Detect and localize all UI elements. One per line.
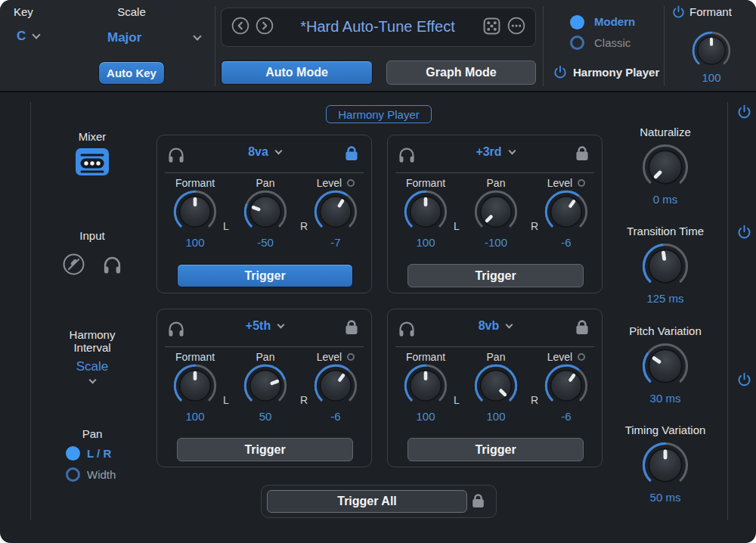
formant-knob[interactable] <box>404 364 448 408</box>
formant-knob[interactable] <box>692 31 731 70</box>
harmony-player-label: Harmony Player <box>573 66 659 79</box>
pan-knob-label: Pan <box>487 176 506 190</box>
trigger-button[interactable]: Trigger <box>177 264 353 287</box>
auto-mode-button[interactable]: Auto Mode <box>221 61 373 85</box>
chevron-down-icon <box>194 32 202 40</box>
preset-next-button[interactable] <box>255 16 274 36</box>
lock-icon[interactable] <box>342 144 361 163</box>
trigger-button[interactable]: Trigger <box>177 438 353 461</box>
harmony-player-badge: Harmony Player <box>326 105 432 123</box>
key-label: Key <box>14 5 33 18</box>
formant-power-icon[interactable] <box>671 5 686 19</box>
trigger-button[interactable]: Trigger <box>407 438 584 461</box>
transition-time-group: Transition Time 125 ms <box>609 225 722 305</box>
harmony-interval-label: Harmony <box>70 328 116 341</box>
pan-value: -100 <box>485 236 507 249</box>
lock-icon[interactable] <box>469 492 488 510</box>
pan-value: 100 <box>486 410 505 423</box>
interval-select[interactable]: 8vb <box>446 319 544 333</box>
auto-key-button[interactable]: Auto Key <box>98 61 165 85</box>
graph-mode-button[interactable]: Graph Mode <box>386 61 536 85</box>
key-select[interactable]: C <box>17 29 39 44</box>
trigger-all-button[interactable]: Trigger All <box>267 490 467 513</box>
level-knob[interactable] <box>544 364 588 408</box>
formant-knob[interactable] <box>173 190 217 234</box>
divider <box>165 346 364 347</box>
pan-knob[interactable] <box>243 364 287 408</box>
headphones-icon[interactable] <box>166 319 186 339</box>
level-knob[interactable] <box>544 190 588 234</box>
classic-radio-label[interactable]: Classic <box>594 36 631 49</box>
pan-lr-radio-label[interactable]: L / R <box>87 447 111 460</box>
interval-select[interactable]: +5th <box>215 319 314 333</box>
formant-value: 100 <box>681 71 742 84</box>
top-bar: Key C Scale Major Auto Key *Hard Auto-Tu… <box>0 0 756 92</box>
divider <box>215 6 215 86</box>
chevron-down-icon <box>277 321 285 329</box>
level-led <box>578 353 585 361</box>
chevron-down-icon <box>506 321 513 329</box>
formant-knob[interactable] <box>404 190 448 234</box>
formant-knob[interactable] <box>173 364 217 408</box>
scale-select[interactable]: Major <box>107 30 200 45</box>
timing-variation-knob[interactable] <box>642 442 689 489</box>
harmony-interval-select[interactable]: Scale <box>47 359 138 388</box>
level-knob-label: Level <box>547 177 572 189</box>
preset-previous-button[interactable] <box>231 16 250 36</box>
level-value: -6 <box>330 410 340 423</box>
pan-knob[interactable] <box>474 364 518 408</box>
formant-value: 100 <box>185 236 204 249</box>
harmony-player-panel: Harmony Player Mixer Input Harmony Inter… <box>0 94 756 543</box>
pan-lr-radio[interactable] <box>66 446 80 461</box>
mic-muted-icon[interactable] <box>62 253 85 276</box>
level-led <box>347 353 355 361</box>
plugin-window: Key C Scale Major Auto Key *Hard Auto-Tu… <box>0 0 756 543</box>
naturalize-label: Naturalize <box>640 126 691 138</box>
headphones-icon[interactable] <box>166 145 186 165</box>
pan-knob-label: Pan <box>256 176 275 190</box>
pitch-variation-label: Pitch Variation <box>629 324 702 337</box>
timing-variation-label: Timing Variation <box>625 424 706 436</box>
headphones-input-icon[interactable] <box>101 254 123 276</box>
trigger-button[interactable]: Trigger <box>407 264 584 287</box>
lock-icon[interactable] <box>572 144 592 163</box>
modern-radio-label[interactable]: Modern <box>594 15 635 28</box>
headphones-icon[interactable] <box>397 319 417 339</box>
more-options-icon[interactable] <box>507 16 526 36</box>
modern-radio[interactable] <box>570 15 584 29</box>
dice-randomize-icon[interactable] <box>482 16 502 36</box>
lock-icon[interactable] <box>572 318 592 337</box>
transition-time-knob[interactable] <box>642 243 689 290</box>
pan-knob-label: Pan <box>487 350 506 364</box>
level-knob-label: Level <box>547 351 572 363</box>
pan-width-radio-label[interactable]: Width <box>87 468 116 481</box>
level-knob[interactable] <box>314 190 358 234</box>
divider <box>543 6 544 86</box>
chevron-down-icon <box>33 30 41 39</box>
divider <box>30 102 31 520</box>
mixer-icon[interactable] <box>76 147 109 176</box>
input-label: Input <box>54 229 130 242</box>
classic-radio[interactable] <box>570 36 584 50</box>
section-power-icon[interactable] <box>736 224 752 240</box>
pan-width-radio[interactable] <box>66 467 80 482</box>
level-knob[interactable] <box>314 364 358 408</box>
section-power-icon[interactable] <box>736 371 752 387</box>
pan-mode-label: Pan <box>54 427 130 440</box>
preset-name[interactable]: *Hard Auto-Tune Effect <box>279 18 476 36</box>
level-value: -6 <box>561 236 571 249</box>
pan-value: 50 <box>259 410 272 423</box>
interval-select[interactable]: +3rd <box>446 145 544 159</box>
formant-knob-label: Formant <box>406 176 445 190</box>
harmony-player-power-icon[interactable] <box>553 64 568 79</box>
pan-knob[interactable] <box>474 190 518 234</box>
section-power-icon[interactable] <box>736 104 752 119</box>
lock-icon[interactable] <box>342 318 361 337</box>
pitch-variation-knob[interactable] <box>642 343 689 389</box>
level-value: -6 <box>561 410 571 423</box>
pan-knob[interactable] <box>243 190 287 234</box>
interval-select[interactable]: 8va <box>215 145 314 159</box>
headphones-icon[interactable] <box>397 145 417 165</box>
formant-knob-label: Formant <box>406 350 445 364</box>
naturalize-knob[interactable] <box>642 144 689 191</box>
